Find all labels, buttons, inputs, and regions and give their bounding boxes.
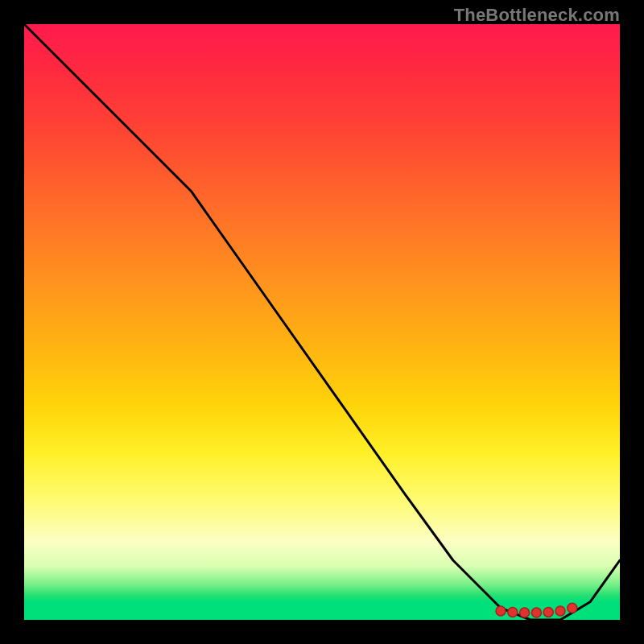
marker-dot	[531, 608, 541, 617]
marker-dot	[520, 608, 530, 617]
marker-dot	[543, 607, 553, 617]
chart-frame: TheBottleneck.com	[0, 0, 644, 644]
plot-area	[24, 24, 620, 620]
optimal-range-markers	[496, 603, 577, 617]
chart-overlay	[24, 24, 620, 620]
marker-dot	[496, 606, 506, 616]
marker-dot	[508, 607, 518, 617]
watermark-text: TheBottleneck.com	[454, 5, 620, 26]
marker-dot	[568, 603, 577, 613]
marker-dot	[555, 606, 565, 616]
bottleneck-curve	[24, 24, 620, 620]
